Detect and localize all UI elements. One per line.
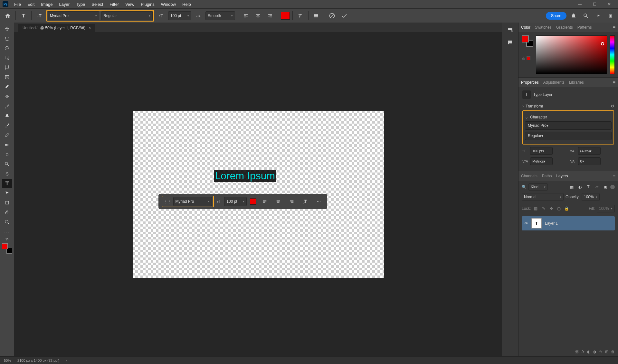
close-tab-icon[interactable]: × bbox=[89, 26, 91, 30]
pen-tool[interactable] bbox=[2, 169, 12, 178]
ctx-clear-style-icon[interactable] bbox=[300, 196, 310, 207]
ctx-color-swatch[interactable] bbox=[250, 198, 256, 205]
dock-comments-icon[interactable] bbox=[505, 37, 515, 48]
fill-dropdown[interactable]: 100%▾ bbox=[597, 205, 615, 212]
menu-filter[interactable]: Filter bbox=[106, 1, 122, 8]
shape-tool[interactable] bbox=[2, 198, 12, 207]
tab-swatches[interactable]: Swatches bbox=[535, 25, 552, 30]
selection-tool[interactable] bbox=[2, 53, 12, 62]
filter-adjust-icon[interactable]: ◐ bbox=[577, 184, 583, 190]
type-tool[interactable] bbox=[2, 179, 12, 188]
prop-kerning-dropdown[interactable]: Metrics▾ bbox=[530, 157, 553, 165]
align-center-icon[interactable] bbox=[253, 11, 263, 21]
menu-plugins[interactable]: Plugins bbox=[138, 1, 158, 8]
eyedropper-tool[interactable] bbox=[2, 82, 12, 91]
cancel-icon[interactable] bbox=[327, 11, 337, 21]
filter-smart-icon[interactable]: ▣ bbox=[602, 184, 608, 190]
menu-type[interactable]: Type bbox=[73, 1, 88, 8]
visibility-icon[interactable]: 👁 bbox=[524, 221, 528, 226]
font-family-dropdown[interactable]: Myriad Pro▾ bbox=[48, 11, 99, 20]
font-style-dropdown[interactable]: Regular▾ bbox=[101, 11, 153, 20]
font-size-dropdown[interactable]: 100 pt▾ bbox=[168, 11, 191, 20]
menu-help[interactable]: Help bbox=[179, 1, 194, 8]
tab-channels[interactable]: Channels bbox=[521, 174, 537, 178]
prop-font-dropdown[interactable]: Myriad Pro▾ bbox=[525, 121, 612, 130]
prop-size-dropdown[interactable]: 100 pt▾ bbox=[530, 147, 553, 155]
ctx-align-left-icon[interactable] bbox=[260, 196, 270, 207]
menu-file[interactable]: File bbox=[11, 1, 24, 8]
align-left-icon[interactable] bbox=[241, 11, 251, 21]
lock-pixels-icon[interactable]: ✎ bbox=[541, 203, 547, 214]
character-panel-icon[interactable] bbox=[311, 11, 321, 21]
brush-tool[interactable] bbox=[2, 102, 12, 111]
search-icon[interactable] bbox=[581, 11, 591, 21]
layers-panel-menu-icon[interactable]: ≡ bbox=[613, 173, 615, 179]
text-orientation-icon[interactable] bbox=[34, 11, 44, 21]
layer-thumbnail[interactable]: T bbox=[531, 218, 542, 229]
arrange-icon[interactable]: ▣ bbox=[605, 11, 615, 21]
hand-tool[interactable] bbox=[2, 208, 12, 217]
tab-layers[interactable]: Layers bbox=[556, 174, 568, 178]
text-color-swatch[interactable] bbox=[281, 12, 290, 20]
lasso-tool[interactable] bbox=[2, 44, 12, 53]
menu-edit[interactable]: Edit bbox=[24, 1, 38, 8]
minimize-button[interactable]: ― bbox=[572, 0, 587, 8]
swap-colors-icon[interactable] bbox=[2, 237, 12, 241]
foreground-background-colors[interactable] bbox=[2, 243, 12, 254]
menu-view[interactable]: View bbox=[122, 1, 138, 8]
canvas[interactable]: Lorem Ipsum ⋮⋮ Myriad Pro▾ TT 100 pt▾ ⋯ bbox=[133, 111, 384, 278]
opacity-dropdown[interactable]: 100%▾ bbox=[582, 193, 600, 201]
dock-panel-icon[interactable] bbox=[505, 24, 515, 35]
prop-style-dropdown[interactable]: Regular▾ bbox=[525, 132, 612, 140]
lock-artboard-icon[interactable]: ▢ bbox=[556, 203, 562, 214]
reset-icon[interactable]: ↺ bbox=[611, 104, 614, 108]
close-button[interactable]: ✕ bbox=[602, 0, 617, 8]
filter-type-icon[interactable]: T bbox=[585, 184, 592, 190]
layer-mask-icon[interactable]: ◐ bbox=[587, 350, 590, 354]
tab-patterns[interactable]: Patterns bbox=[577, 25, 592, 30]
filter-kind-dropdown[interactable]: Kind▾ bbox=[528, 183, 548, 191]
layer-row[interactable]: 👁 T Layer 1 bbox=[522, 216, 615, 230]
canvas-viewport[interactable]: Lorem Ipsum ⋮⋮ Myriad Pro▾ TT 100 pt▾ ⋯ bbox=[14, 32, 502, 356]
layer-group-icon[interactable]: 🗀 bbox=[599, 350, 603, 354]
anti-alias-dropdown[interactable]: Smooth▾ bbox=[205, 11, 235, 20]
menu-image[interactable]: Image bbox=[38, 1, 56, 8]
color-panel-menu-icon[interactable]: ≡ bbox=[613, 25, 615, 30]
blur-tool[interactable] bbox=[2, 150, 12, 159]
ctx-size-dropdown[interactable]: 100 pt▾ bbox=[224, 197, 247, 206]
crop-tool[interactable] bbox=[2, 63, 12, 72]
ctx-more-icon[interactable]: ⋯ bbox=[314, 196, 324, 207]
blend-mode-dropdown[interactable]: Normal▾ bbox=[522, 193, 564, 201]
menu-select[interactable]: Select bbox=[88, 1, 106, 8]
properties-panel-menu-icon[interactable]: ≡ bbox=[613, 80, 615, 85]
layer-fx-icon[interactable]: fx bbox=[582, 350, 585, 354]
marquee-tool[interactable] bbox=[2, 34, 12, 43]
filter-toggle-icon[interactable] bbox=[610, 185, 615, 189]
gradient-tool[interactable] bbox=[2, 140, 12, 149]
lock-position-icon[interactable]: ✥ bbox=[548, 203, 554, 214]
lock-transparency-icon[interactable]: ▦ bbox=[533, 203, 539, 214]
layer-name[interactable]: Layer 1 bbox=[545, 221, 558, 226]
stamp-tool[interactable] bbox=[2, 111, 12, 120]
color-fg-bg[interactable] bbox=[522, 35, 533, 47]
new-layer-icon[interactable]: ⊞ bbox=[605, 350, 608, 354]
commit-icon[interactable] bbox=[339, 11, 349, 21]
maximize-button[interactable]: ☐ bbox=[587, 0, 602, 8]
ctx-align-right-icon[interactable] bbox=[287, 196, 297, 207]
menu-layer[interactable]: Layer bbox=[56, 1, 73, 8]
home-icon[interactable] bbox=[3, 11, 13, 21]
link-layers-icon[interactable]: ⛓ bbox=[575, 350, 579, 354]
delete-layer-icon[interactable]: 🗑 bbox=[611, 350, 615, 354]
tab-properties[interactable]: Properties bbox=[521, 80, 539, 85]
tab-paths[interactable]: Paths bbox=[542, 174, 552, 178]
workspace-icon[interactable]: ☀ bbox=[593, 11, 603, 21]
history-brush-tool[interactable] bbox=[2, 121, 12, 130]
status-caret-icon[interactable]: › bbox=[66, 359, 67, 362]
path-selection-tool[interactable] bbox=[2, 189, 12, 198]
zoom-tool[interactable] bbox=[2, 218, 12, 227]
lock-all-icon[interactable]: 🔒 bbox=[564, 203, 570, 214]
dodge-tool[interactable] bbox=[2, 160, 12, 169]
drag-handle-icon[interactable]: ⋮⋮ bbox=[164, 199, 171, 204]
filter-shape-icon[interactable]: ▱ bbox=[594, 184, 600, 190]
move-tool[interactable] bbox=[2, 24, 12, 33]
